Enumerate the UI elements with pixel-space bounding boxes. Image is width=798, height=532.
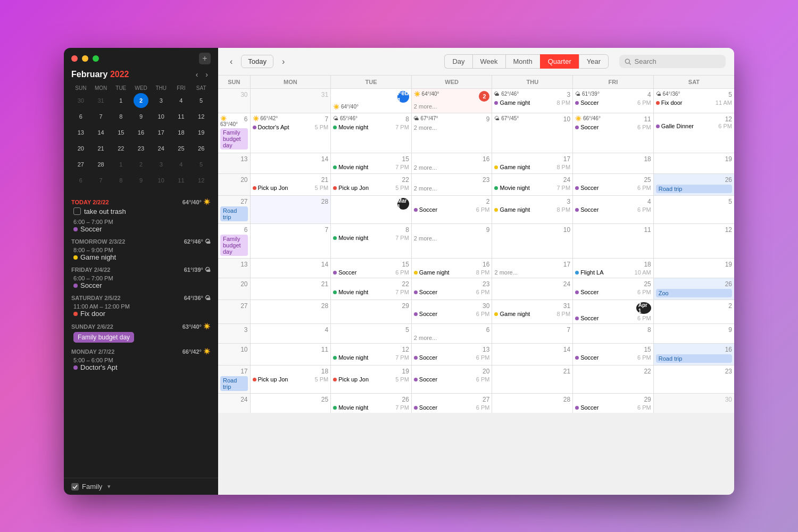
road-trip-event[interactable]: Road trip: [656, 185, 732, 193]
event[interactable]: Soccer 6 PM: [414, 289, 490, 295]
cal-cell[interactable]: 🌥 62°/46° 3 Game night 8 PM: [492, 89, 573, 113]
event[interactable]: Movie night 7 PM: [333, 289, 409, 295]
cal-cell-mar1[interactable]: Mar 1: [331, 196, 412, 224]
cal-cell[interactable]: 12 Movie night 7 PM: [331, 344, 412, 365]
more-events[interactable]: 2 more...: [494, 269, 570, 276]
event[interactable]: Game night 8 PM: [494, 311, 570, 317]
cal-cell[interactable]: 15 Soccer 6 PM: [573, 344, 654, 365]
mini-day[interactable]: 3: [154, 93, 169, 108]
cal-cell[interactable]: 9 2 more...: [411, 224, 492, 259]
event[interactable]: Soccer 6 PM: [575, 315, 651, 321]
mini-day[interactable]: 9: [134, 173, 148, 188]
cal-cell[interactable]: 11: [250, 344, 331, 365]
cal-cell[interactable]: 26 Movie night 7 PM: [331, 394, 412, 413]
cal-cell-feb1[interactable]: Feb 1 ☀️ 64°/40°: [331, 89, 412, 113]
mini-day[interactable]: 28: [94, 157, 109, 172]
family-budget-chip[interactable]: Family budget day: [220, 235, 248, 256]
mini-day[interactable]: 10: [154, 173, 169, 188]
cal-cell[interactable]: 15 Soccer 6 PM: [331, 259, 412, 278]
more-events[interactable]: 2 more...: [414, 335, 490, 341]
cal-cell[interactable]: 30: [218, 89, 250, 113]
cal-cell[interactable]: 25 Soccer 6 PM: [573, 278, 654, 300]
zoo-event[interactable]: Zoo: [656, 289, 732, 297]
mini-day[interactable]: 9: [134, 109, 148, 124]
cal-cell[interactable]: 7: [250, 224, 331, 259]
cal-cell[interactable]: 23 2 more...: [411, 174, 492, 196]
search-input[interactable]: [635, 57, 720, 65]
more-events[interactable]: 2 more...: [414, 164, 490, 171]
event[interactable]: Pick up Jon 5 PM: [333, 376, 409, 383]
cal-cell[interactable]: 10: [218, 344, 250, 365]
event[interactable]: Fix door 11 AM: [656, 99, 732, 106]
event[interactable]: Pick up Jon 5 PM: [253, 376, 329, 383]
mini-day[interactable]: 8: [113, 109, 128, 124]
cal-cell[interactable]: 18: [573, 153, 654, 174]
cal-cell[interactable]: 31: [250, 89, 331, 113]
close-button[interactable]: [71, 55, 78, 62]
minimize-button[interactable]: [82, 55, 88, 62]
cal-cell[interactable]: 12 Galle Dinner 6 PM: [653, 113, 734, 153]
mini-day[interactable]: 5: [194, 157, 209, 172]
cal-cell[interactable]: 18 Flight LA 10 AM: [573, 259, 654, 278]
event[interactable]: Game night 8 PM: [414, 269, 490, 276]
agenda-event[interactable]: Family budget day: [71, 332, 211, 343]
cal-cell[interactable]: 7: [492, 324, 573, 344]
view-quarter-button[interactable]: Quarter: [540, 54, 579, 69]
cal-cell[interactable]: 22 Movie night 7 PM: [331, 278, 412, 300]
mini-day[interactable]: 8: [113, 173, 128, 188]
cal-cell[interactable]: 30 Soccer 6 PM: [411, 300, 492, 324]
cal-cell-roadtrip[interactable]: 26 Road trip: [653, 174, 734, 196]
cal-cell[interactable]: 🌤 61°/39° 4 Soccer 6 PM: [573, 89, 654, 113]
cal-cell[interactable]: ☀️ 64°/40° 2 2 more...: [411, 89, 492, 113]
more-events[interactable]: 2 more...: [414, 185, 490, 192]
cal-cell[interactable]: 4 Soccer 6 PM: [573, 196, 654, 224]
cal-cell[interactable]: 13: [218, 259, 250, 278]
mini-day[interactable]: 15: [113, 125, 128, 140]
cal-cell[interactable]: 30: [653, 394, 734, 413]
cal-cell[interactable]: 23: [653, 365, 734, 394]
event[interactable]: Galle Dinner 6 PM: [656, 123, 732, 129]
mini-day[interactable]: 13: [73, 125, 88, 140]
cal-cell[interactable]: 14: [250, 259, 331, 278]
mini-day[interactable]: 7: [94, 109, 109, 124]
cal-cell[interactable]: 25 Soccer 6 PM: [573, 174, 654, 196]
cal-cell[interactable]: ☀️ 66°/46° 11 Soccer 6 PM: [573, 113, 654, 153]
cal-cell[interactable]: 17 Road trip: [218, 365, 250, 394]
event[interactable]: Soccer 6 PM: [575, 404, 651, 411]
cal-cell[interactable]: 19: [653, 259, 734, 278]
event[interactable]: Soccer 6 PM: [414, 376, 490, 383]
mini-day[interactable]: 12: [194, 173, 209, 188]
view-year-button[interactable]: Year: [579, 54, 609, 69]
event[interactable]: Game night 8 PM: [494, 164, 570, 170]
more-events[interactable]: 2 more...: [414, 124, 490, 131]
mini-day[interactable]: 25: [173, 141, 188, 156]
cal-cell[interactable]: 9: [653, 324, 734, 344]
more-events[interactable]: 2 more...: [414, 103, 490, 110]
view-month-button[interactable]: Month: [505, 54, 540, 69]
cal-cell[interactable]: 27: [218, 300, 250, 324]
cal-cell[interactable]: 21 Pick up Jon 5 PM: [250, 174, 331, 196]
cal-cell[interactable]: 6 Family budget day: [218, 224, 250, 259]
event[interactable]: Soccer 6 PM: [414, 404, 490, 411]
add-event-button[interactable]: +: [199, 53, 211, 64]
more-events[interactable]: 2 more...: [414, 235, 490, 242]
cal-cell[interactable]: 5: [653, 196, 734, 224]
mini-day[interactable]: 2: [134, 157, 148, 172]
mini-day[interactable]: 22: [113, 141, 128, 156]
prev-button[interactable]: ‹: [227, 55, 236, 69]
cal-cell[interactable]: 14: [492, 344, 573, 365]
cal-cell[interactable]: 17 2 more...: [492, 259, 573, 278]
event[interactable]: Movie night 7 PM: [333, 354, 409, 361]
event[interactable]: Movie night 7 PM: [333, 124, 409, 130]
mini-day[interactable]: 31: [94, 93, 109, 108]
next-button[interactable]: ›: [279, 55, 288, 69]
cal-cell[interactable]: 20 Soccer 6 PM: [411, 365, 492, 394]
road-trip-event[interactable]: Road trip: [220, 376, 248, 391]
event[interactable]: Movie night 7 PM: [494, 185, 570, 191]
mini-cal-next[interactable]: ›: [203, 69, 211, 80]
mini-day[interactable]: 26: [194, 141, 209, 156]
road-trip-event[interactable]: Road trip: [656, 354, 732, 363]
mini-day[interactable]: 10: [154, 109, 169, 124]
mini-day[interactable]: 14: [94, 125, 109, 140]
mini-day[interactable]: 16: [134, 125, 148, 140]
